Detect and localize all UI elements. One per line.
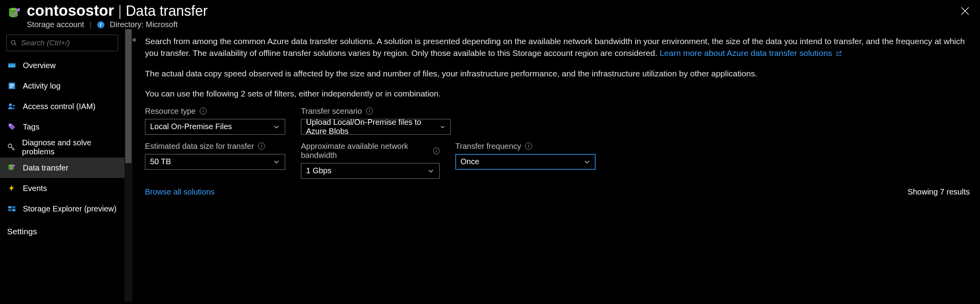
search-input[interactable] <box>21 39 114 47</box>
select-value: Local On-Premise Files <box>150 122 232 131</box>
resource-type-select[interactable]: Local On-Premise Files <box>145 119 285 135</box>
svg-point-10 <box>13 104 15 107</box>
title-separator: | <box>118 3 122 19</box>
directory-label: Directory: Microsoft <box>110 20 178 29</box>
results-count: Showing 7 results <box>908 187 970 196</box>
transfer-scenario-select[interactable]: Upload Local/On-Premise files to Azure B… <box>301 119 451 135</box>
chevron-down-icon <box>427 167 434 174</box>
chevron-down-icon <box>440 123 445 130</box>
select-value: 50 TB <box>150 157 171 166</box>
sidebar-item-label: Storage Explorer (preview) <box>23 204 117 213</box>
svg-rect-4 <box>8 63 15 65</box>
select-value: Once <box>460 157 479 166</box>
scrollbar-thumb[interactable] <box>125 29 132 163</box>
svg-point-11 <box>9 124 11 126</box>
sidebar-item-access-control[interactable]: Access control (IAM) <box>0 96 124 117</box>
sidebar-item-label: Data transfer <box>23 163 69 172</box>
svg-rect-17 <box>12 209 15 211</box>
info-icon[interactable]: i <box>366 108 373 115</box>
info-icon[interactable]: i <box>200 108 207 115</box>
sidebar-search[interactable] <box>6 35 118 51</box>
chevron-down-icon <box>273 123 280 130</box>
sidebar-item-overview[interactable]: Overview <box>0 55 124 76</box>
sidebar-scrollbar[interactable] <box>124 29 132 302</box>
svg-rect-7 <box>10 85 14 86</box>
chevron-down-icon <box>583 158 590 165</box>
select-value: Upload Local/On-Premise files to Azure B… <box>306 118 440 136</box>
sidebar-item-activity-log[interactable]: Activity log <box>0 76 124 96</box>
tags-icon <box>7 122 17 132</box>
close-button[interactable] <box>960 6 971 17</box>
resource-type-label: Resource type i <box>145 107 285 116</box>
intro-paragraph-2: The actual data copy speed observed is a… <box>145 68 970 80</box>
activity-log-icon <box>7 81 17 91</box>
frequency-select[interactable]: Once <box>455 154 596 170</box>
svg-rect-16 <box>8 209 11 211</box>
content-pane: Search from among the common Azure data … <box>132 29 980 302</box>
sidebar-item-storage-explorer[interactable]: Storage Explorer (preview) <box>0 198 124 219</box>
svg-rect-15 <box>12 206 15 209</box>
blade-title: Data transfer <box>126 3 208 19</box>
external-link-icon <box>836 48 842 60</box>
estimated-size-select[interactable]: 50 TB <box>145 154 285 170</box>
svg-point-9 <box>9 104 12 106</box>
search-icon <box>11 39 17 46</box>
info-icon[interactable]: i <box>97 21 104 28</box>
intro-paragraph-3: You can use the following 2 sets of filt… <box>145 88 970 100</box>
sidebar-item-events[interactable]: Events <box>0 178 124 198</box>
sidebar-item-label: Diagnose and solve problems <box>22 138 117 156</box>
svg-rect-8 <box>10 87 13 88</box>
info-icon[interactable]: i <box>525 143 532 150</box>
svg-rect-6 <box>10 84 14 85</box>
data-transfer-icon <box>7 163 17 172</box>
sidebar-item-label: Access control (IAM) <box>23 102 95 111</box>
svg-point-2 <box>11 41 15 44</box>
svg-point-12 <box>8 144 12 148</box>
learn-more-text: Learn more about Azure data transfer sol… <box>660 48 832 57</box>
sidebar-item-label: Tags <box>23 122 39 132</box>
sidebar-item-tags[interactable]: Tags <box>0 117 124 137</box>
estimated-size-label: Estimated data size for transfer i <box>145 142 285 151</box>
sidebar-item-data-transfer[interactable]: Data transfer <box>0 158 124 178</box>
info-icon[interactable]: i <box>433 147 440 154</box>
bandwidth-label: Approximate available network bandwidth … <box>301 142 440 160</box>
info-icon[interactable]: i <box>258 143 265 150</box>
learn-more-link[interactable]: Learn more about Azure data transfer sol… <box>660 48 843 57</box>
chevron-down-icon <box>273 158 280 165</box>
transfer-scenario-label: Transfer scenario i <box>301 107 451 116</box>
events-icon <box>7 184 17 193</box>
resource-type-label: Storage account <box>27 20 84 29</box>
sidebar-item-label: Events <box>23 184 47 193</box>
sidebar-section-settings: Settings <box>0 219 124 236</box>
overview-icon <box>7 61 17 70</box>
subtitle-divider: | <box>90 20 92 29</box>
frequency-label: Transfer frequency i <box>455 142 596 151</box>
sidebar-item-label: Activity log <box>23 82 61 91</box>
blade-header: contosostor | Data transfer Storage acco… <box>0 0 980 29</box>
storage-explorer-icon <box>7 204 17 213</box>
sidebar-item-label: Overview <box>23 61 56 70</box>
svg-rect-14 <box>8 206 11 209</box>
access-control-icon <box>7 102 17 111</box>
browse-all-solutions-link[interactable]: Browse all solutions <box>145 187 215 196</box>
resource-name: contosostor <box>27 2 114 19</box>
bandwidth-select[interactable]: 1 Gbps <box>301 163 440 179</box>
intro-paragraph-1: Search from among the common Azure data … <box>145 35 970 60</box>
storage-account-icon <box>8 6 22 20</box>
select-value: 1 Gbps <box>306 166 331 175</box>
diagnose-icon <box>7 143 16 152</box>
sidebar-item-diagnose[interactable]: Diagnose and solve problems <box>0 137 124 158</box>
sidebar: « Overview Activity log Access control (… <box>0 29 124 302</box>
